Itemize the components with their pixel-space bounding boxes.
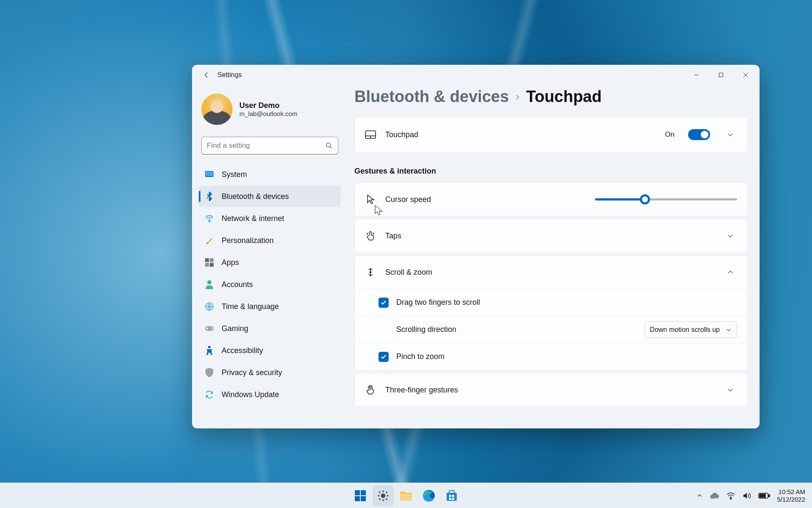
profile-email: m_lab@outlook.com [239, 110, 297, 117]
start-button[interactable] [350, 486, 370, 506]
system-tray[interactable] [697, 491, 770, 500]
sidebar-item-time-language[interactable]: Time & language [199, 296, 341, 317]
brush-icon [205, 236, 214, 245]
check-icon [380, 299, 387, 306]
volume-icon[interactable] [742, 491, 752, 500]
sidebar-item-windows-update[interactable]: Windows Update [199, 384, 341, 405]
svg-rect-28 [452, 498, 454, 500]
three-finger-card[interactable]: Three-finger gestures [354, 373, 748, 407]
bluetooth-icon [205, 192, 214, 201]
svg-point-14 [208, 346, 211, 348]
search-field[interactable] [207, 141, 325, 150]
sidebar-item-system[interactable]: System [199, 164, 341, 185]
sidebar-item-apps[interactable]: Apps [199, 252, 341, 273]
maximize-icon [719, 72, 724, 77]
chevron-down-icon[interactable] [724, 131, 737, 138]
sidebar-item-label: Apps [222, 258, 239, 267]
maximize-button[interactable] [709, 66, 733, 83]
taskbar-store[interactable] [442, 486, 462, 506]
svg-rect-18 [361, 490, 366, 495]
svg-rect-31 [768, 494, 770, 497]
close-button[interactable] [733, 66, 758, 83]
svg-rect-7 [205, 263, 209, 267]
scrolling-direction-select[interactable]: Down motion scrolls up [645, 321, 737, 338]
sidebar-item-label: Network & internet [222, 214, 284, 223]
taskbar-explorer[interactable] [396, 486, 416, 506]
wifi-icon [205, 214, 214, 223]
search-icon [325, 142, 333, 149]
pinch-to-zoom-checkbox[interactable] [379, 352, 389, 362]
window-controls [684, 66, 758, 83]
back-arrow-icon [203, 71, 210, 79]
globe-icon [205, 302, 214, 311]
sidebar-item-bluetooth-devices[interactable]: Bluetooth & devices [199, 186, 341, 207]
chevron-up-icon[interactable] [697, 493, 702, 499]
apps-icon [205, 258, 214, 267]
svg-rect-26 [452, 495, 454, 497]
taps-card[interactable]: Taps [354, 219, 748, 253]
onedrive-icon[interactable] [709, 492, 719, 499]
cursor-speed-slider[interactable] [595, 194, 737, 205]
page-title: Touchpad [526, 88, 602, 106]
drag-two-fingers-checkbox[interactable] [379, 298, 389, 308]
main-content: Bluetooth & devices › Touchpad Touchpad … [345, 85, 760, 428]
minimize-button[interactable] [684, 66, 709, 83]
chevron-up-icon[interactable] [724, 269, 737, 276]
taskbar-clock[interactable]: 10:52 AM 5/12/2022 [777, 488, 805, 503]
sidebar-item-label: Gaming [222, 324, 248, 333]
touchpad-label: Touchpad [385, 130, 418, 139]
search-input[interactable] [201, 137, 338, 155]
taskbar-settings[interactable] [373, 486, 393, 506]
svg-rect-19 [355, 496, 360, 501]
update-icon [205, 390, 214, 399]
taskbar-center [350, 486, 462, 506]
check-icon [380, 353, 387, 360]
sidebar-item-privacy[interactable]: Privacy & security [199, 362, 341, 383]
drag-two-fingers-row[interactable]: Drag two fingers to scroll [355, 289, 747, 316]
store-icon [445, 489, 458, 502]
accessibility-icon [205, 346, 214, 355]
sidebar-item-gaming[interactable]: Gaming [199, 318, 341, 339]
sidebar-item-network[interactable]: Network & internet [199, 208, 341, 229]
sidebar-item-personalization[interactable]: Personalization [199, 230, 341, 251]
chevron-down-icon [726, 327, 732, 333]
scrolling-direction-row: Scrolling direction Down motion scrolls … [355, 316, 747, 343]
sidebar-item-label: Personalization [222, 236, 274, 245]
chevron-down-icon[interactable] [724, 387, 737, 393]
touchpad-toggle[interactable] [688, 129, 710, 140]
sidebar-item-accessibility[interactable]: Accessibility [199, 340, 341, 361]
svg-point-12 [211, 327, 212, 329]
taskbar-edge[interactable] [419, 486, 439, 506]
avatar [201, 94, 233, 125]
app-title: Settings [217, 71, 242, 79]
shield-icon [205, 368, 214, 377]
minimize-icon [694, 72, 699, 77]
sidebar-item-label: Time & language [222, 302, 279, 311]
back-button[interactable] [198, 66, 215, 83]
touchpad-card[interactable]: Touchpad On [354, 117, 748, 152]
taskbar-right: 10:52 AM 5/12/2022 [697, 488, 812, 503]
breadcrumb-parent[interactable]: Bluetooth & devices [354, 88, 509, 106]
battery-icon[interactable] [758, 492, 770, 499]
svg-rect-8 [210, 263, 214, 267]
tap-icon [365, 231, 376, 241]
titlebar: Settings [192, 65, 760, 85]
wifi-icon[interactable] [726, 492, 735, 500]
profile-block[interactable]: User Demo m_lab@outlook.com [199, 90, 341, 128]
gear-icon [377, 489, 390, 502]
sidebar-item-label: System [222, 170, 247, 179]
svg-rect-3 [206, 171, 213, 176]
taps-label: Taps [385, 232, 401, 240]
svg-point-16 [370, 272, 371, 273]
chevron-down-icon[interactable] [724, 232, 737, 239]
sidebar-item-accounts[interactable]: Accounts [199, 274, 341, 295]
scroll-zoom-header[interactable]: Scroll & zoom [355, 256, 747, 289]
slider-thumb[interactable] [640, 194, 650, 204]
svg-rect-5 [205, 258, 209, 262]
sidebar: User Demo m_lab@outlook.com System Bluet… [192, 85, 345, 428]
svg-point-1 [326, 143, 331, 147]
pinch-to-zoom-row[interactable]: Pinch to zoom [355, 343, 747, 370]
system-icon [205, 170, 214, 179]
sidebar-item-label: Privacy & security [222, 368, 282, 377]
scrolling-direction-value: Down motion scrolls up [650, 326, 720, 334]
